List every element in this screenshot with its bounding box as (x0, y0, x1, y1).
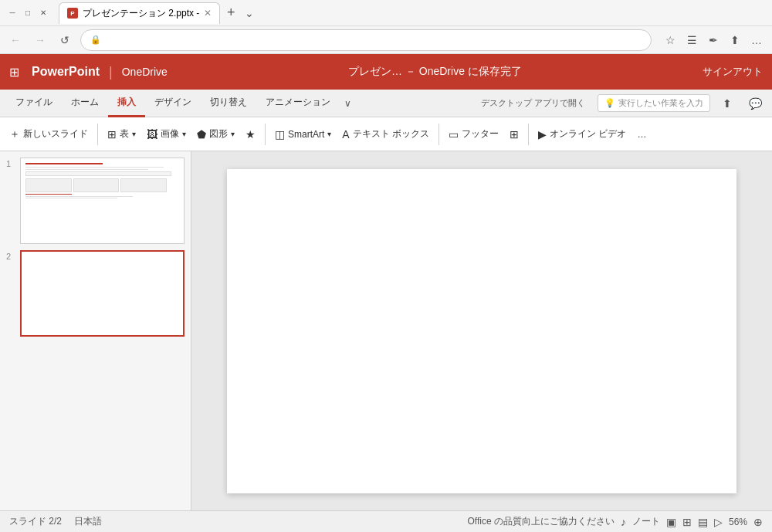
table-dropdown-icon: ▾ (132, 130, 136, 138)
smartart-icon: ◫ (275, 128, 285, 141)
toolbar: ＋ 新しいスライド ⊞ 表 ▾ 🖼 画像 ▾ ⬟ 図形 ▾ ★ ◫ SmartA… (0, 117, 772, 151)
video-label: オンライン ビデオ (550, 127, 626, 141)
ribbon-tabs: ファイル ホーム 挿入 デザイン 切り替え アニメーション ∨ デスクトップ ア… (0, 90, 772, 117)
share-btn[interactable]: ⬆ (716, 93, 738, 114)
office-header: ⊞ PowerPoint | OneDrive プレゼン… － OneDrive… (0, 54, 772, 90)
waffle-menu-btn[interactable]: ⊞ (9, 65, 19, 80)
slide-thumb-1[interactable] (20, 158, 185, 244)
tab-insert[interactable]: 挿入 (108, 90, 145, 117)
notes-icon[interactable]: ♪ (621, 516, 626, 528)
signin-btn[interactable]: サインアウト (703, 65, 763, 79)
slideshow-icon[interactable]: ▷ (714, 516, 723, 528)
reading-view-icon[interactable]: ▤ (698, 516, 708, 528)
minimize-btn[interactable]: ─ (6, 7, 19, 19)
feedback-label[interactable]: Office の品質向上にご協力ください (468, 515, 615, 528)
tab-home[interactable]: ホーム (62, 90, 108, 117)
zoom-btn[interactable]: ⊞ (505, 125, 523, 144)
tab-animations[interactable]: アニメーション (256, 90, 340, 117)
video-btn[interactable]: ▶ オンライン ビデオ (533, 124, 631, 144)
address-bar[interactable]: 🔒 (80, 29, 652, 51)
browser-titlebar: ─ □ ✕ P プレゼンテーション 2.pptx - ✕ + ⌄ (0, 0, 772, 26)
refresh-btn[interactable]: ↺ (56, 31, 74, 49)
close-btn[interactable]: ✕ (37, 7, 49, 19)
language-indicator: 日本語 (74, 515, 102, 528)
smartart-label: SmartArt (288, 129, 324, 140)
table-icon: ⊞ (107, 128, 117, 141)
tab-close-btn[interactable]: ✕ (204, 8, 212, 19)
slide-item-1: 1 (6, 158, 185, 244)
ribbon-right-actions: デスクトップ アプリで開く 💡 実行したい作業を入力 ⬆ 💬 (475, 93, 766, 114)
forward-btn[interactable]: → (31, 31, 49, 49)
shapes-icon: ⬟ (197, 128, 206, 141)
normal-view-icon[interactable]: ▣ (666, 516, 676, 528)
maximize-btn[interactable]: □ (22, 7, 34, 19)
toolbar-separator-1 (97, 124, 98, 145)
zoom-level: 56% (729, 517, 747, 527)
tab-overflow-btn[interactable]: ⌄ (242, 4, 257, 22)
image-icon: 🖼 (147, 128, 157, 141)
new-slide-label: 新しいスライド (23, 127, 88, 141)
status-right: Office の品質向上にご協力ください ♪ ノート ▣ ⊞ ▤ ▷ 56% ⊕ (468, 515, 764, 528)
slide-canvas (227, 169, 736, 493)
zoom-icon: ⊞ (510, 128, 519, 141)
active-tab[interactable]: P プレゼンテーション 2.pptx - ✕ (59, 2, 220, 24)
image-btn[interactable]: 🖼 画像 ▾ (142, 124, 191, 144)
slide-number-1: 1 (6, 158, 15, 168)
toolbar-more-icon: … (637, 129, 646, 140)
slide-item-2: 2 (6, 250, 185, 337)
browser-action-icons: ☆ ☰ ✒ ⬆ … (661, 31, 766, 49)
lightbulb-icon: 💡 (604, 98, 615, 108)
lock-icon: 🔒 (90, 35, 101, 45)
slide-number-2: 2 (6, 250, 15, 261)
tab-favicon: P (67, 8, 78, 19)
notes-label[interactable]: ノート (632, 515, 660, 528)
tab-transitions[interactable]: 切り替え (201, 90, 256, 117)
tell-me-input[interactable]: 💡 実行したい作業を入力 (598, 94, 710, 112)
favorites-star-icon[interactable]: ☆ (661, 31, 679, 49)
slide-thumb-2[interactable] (20, 250, 185, 337)
smartart-dropdown-icon: ▾ (327, 130, 331, 138)
share-icon[interactable]: ⬆ (726, 31, 744, 49)
service-name: OneDrive (122, 66, 168, 78)
reader-mode-icon[interactable]: ☰ (682, 31, 701, 49)
textbox-btn[interactable]: A テキスト ボックス (337, 124, 434, 144)
video-icon: ▶ (538, 128, 547, 141)
table-label: 表 (120, 127, 129, 141)
textbox-label: テキスト ボックス (353, 127, 429, 141)
toolbar-more-btn[interactable]: … (632, 126, 651, 143)
tell-me-text: 実行したい作業を入力 (618, 97, 703, 109)
pen-icon[interactable]: ✒ (704, 31, 723, 49)
tab-title: プレゼンテーション 2.pptx - (83, 7, 199, 20)
shapes-dropdown-icon: ▾ (231, 130, 235, 138)
toolbar-separator-3 (438, 124, 439, 145)
new-slide-icon: ＋ (9, 127, 20, 141)
document-title: プレゼン… － OneDrive に保存完了 (177, 65, 693, 79)
canvas-area[interactable] (191, 151, 772, 510)
tab-design[interactable]: デザイン (145, 90, 201, 117)
zoom-slider-icon[interactable]: ⊕ (753, 516, 763, 528)
main-area: 1 (0, 151, 772, 510)
textbox-icon: A (342, 128, 349, 141)
new-tab-btn[interactable]: + (220, 2, 242, 24)
table-btn[interactable]: ⊞ 表 ▾ (103, 124, 141, 144)
desktop-app-btn[interactable]: デスクトップ アプリで開く (475, 94, 591, 112)
footer-icon: ▭ (449, 128, 459, 141)
comment-btn[interactable]: 💬 (744, 93, 766, 114)
slide-sorter-icon[interactable]: ⊞ (682, 516, 692, 528)
back-btn[interactable]: ← (6, 31, 25, 49)
tab-bar: P プレゼンテーション 2.pptx - ✕ + ⌄ (59, 2, 766, 24)
settings-more-icon[interactable]: … (747, 31, 766, 49)
icons-btn[interactable]: ★ (241, 125, 260, 144)
new-slide-btn[interactable]: ＋ 新しいスライド (5, 124, 93, 144)
shapes-btn[interactable]: ⬟ 図形 ▾ (192, 124, 239, 144)
tab-file[interactable]: ファイル (6, 90, 62, 117)
header-divider: | (109, 64, 113, 80)
toolbar-separator-2 (265, 124, 266, 145)
slide-panel: 1 (0, 151, 191, 510)
app-name: PowerPoint (32, 65, 100, 79)
footer-btn[interactable]: ▭ フッター (444, 124, 503, 144)
ribbon-more-btn[interactable]: ∨ (340, 92, 356, 115)
window-controls: ─ □ ✕ (6, 7, 49, 19)
image-dropdown-icon: ▾ (182, 130, 186, 138)
smartart-btn[interactable]: ◫ SmartArt ▾ (270, 125, 336, 144)
